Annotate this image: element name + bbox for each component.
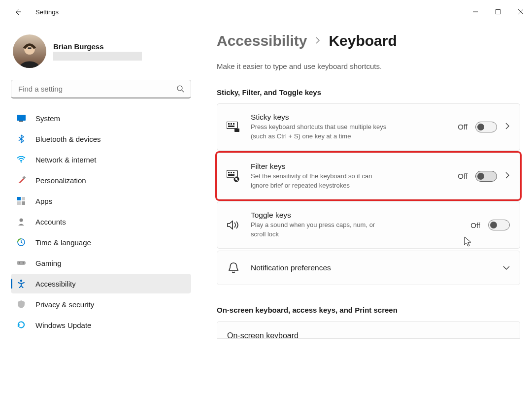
back-button[interactable] <box>11 5 25 19</box>
nav-label: Time & language <box>35 238 91 247</box>
wifi-icon <box>17 155 26 164</box>
sidebar-item-personalization[interactable]: Personalization <box>11 170 191 190</box>
shield-icon <box>17 300 26 309</box>
svg-rect-1 <box>496 10 500 14</box>
svg-point-6 <box>177 86 182 91</box>
sidebar-item-accessibility[interactable]: Accessibility <box>11 274 191 293</box>
svg-rect-15 <box>17 201 21 205</box>
svg-rect-27 <box>228 126 234 127</box>
svg-rect-24 <box>228 123 230 125</box>
svg-rect-28 <box>234 129 239 132</box>
maximize-button[interactable] <box>487 4 509 20</box>
card-desc: Press keyboard shortcuts that use multip… <box>251 123 389 141</box>
nav-label: Gaming <box>35 259 62 267</box>
breadcrumb-parent[interactable]: Accessibility <box>217 32 307 49</box>
chevron-right-icon <box>315 36 321 46</box>
card-title: Sticky keys <box>251 113 448 122</box>
clock-icon <box>17 238 26 247</box>
sidebar-item-system[interactable]: System <box>11 108 191 128</box>
svg-point-11 <box>21 162 22 163</box>
card-desc: Play a sound when you press caps, num, o… <box>251 221 389 239</box>
svg-point-22 <box>20 280 22 282</box>
breadcrumb: Accessibility Keyboard <box>217 32 520 49</box>
svg-rect-25 <box>231 123 232 125</box>
update-icon <box>17 321 26 329</box>
toggle-keys-toggle[interactable] <box>488 220 510 230</box>
svg-point-20 <box>19 262 20 263</box>
app-title: Settings <box>35 8 59 16</box>
profile-name: Brian Burgess <box>53 42 142 51</box>
sound-icon <box>226 220 241 230</box>
svg-rect-26 <box>233 123 234 125</box>
chevron-right-icon <box>505 123 510 131</box>
avatar <box>13 34 46 68</box>
svg-point-17 <box>20 219 23 222</box>
svg-line-7 <box>182 90 184 92</box>
close-button[interactable] <box>509 4 532 20</box>
brush-icon <box>17 176 26 185</box>
sidebar-item-gaming[interactable]: Gaming <box>11 253 191 273</box>
search-container <box>11 80 191 98</box>
system-icon <box>17 114 26 123</box>
keyboard-filter-icon <box>226 170 241 182</box>
svg-rect-5 <box>28 47 31 49</box>
nav-label: Apps <box>35 197 52 205</box>
card-sticky-keys[interactable]: Sticky keys Press keyboard shortcuts tha… <box>217 103 520 151</box>
page-subtitle: Make it easier to type and use keyboard … <box>217 62 520 70</box>
search-icon <box>176 85 184 94</box>
minimize-button[interactable] <box>464 4 487 20</box>
chevron-right-icon <box>505 172 510 180</box>
svg-rect-32 <box>233 172 234 173</box>
section-title-onscreen: On-screen keyboard, access keys, and Pri… <box>217 306 520 314</box>
accessibility-icon <box>17 279 26 288</box>
svg-rect-19 <box>17 261 26 265</box>
svg-rect-29 <box>227 170 237 177</box>
sidebar-item-bluetooth[interactable]: Bluetooth & devices <box>11 129 191 149</box>
bell-icon <box>226 262 241 274</box>
sidebar-item-apps[interactable]: Apps <box>11 191 191 211</box>
svg-rect-16 <box>22 201 25 205</box>
person-icon <box>17 217 26 226</box>
profile-block[interactable]: Brian Burgess <box>11 31 191 80</box>
card-desc: Set the sensitivity of the keyboard so i… <box>251 172 389 191</box>
card-toggle-keys[interactable]: Toggle keys Play a sound when you press … <box>217 201 520 249</box>
sidebar: Brian Burgess System Bluetooth & devices… <box>11 31 203 420</box>
nav-list: System Bluetooth & devices Network & int… <box>11 107 191 335</box>
toggle-state-label: Off <box>458 123 467 131</box>
sidebar-item-privacy[interactable]: Privacy & security <box>11 294 191 314</box>
toggle-state-label: Off <box>470 221 480 229</box>
chevron-down-icon <box>503 264 510 272</box>
sticky-keys-toggle[interactable] <box>475 122 497 132</box>
nav-label: System <box>35 114 60 123</box>
search-input[interactable] <box>11 80 191 98</box>
toggle-state-label: Off <box>458 172 467 180</box>
sidebar-item-time[interactable]: Time & language <box>11 232 191 252</box>
card-filter-keys[interactable]: Filter keys Set the sensitivity of the k… <box>217 153 520 200</box>
sidebar-item-update[interactable]: Windows Update <box>11 315 191 335</box>
nav-label: Network & internet <box>35 156 96 164</box>
apps-icon <box>17 196 26 205</box>
card-notification-preferences[interactable]: Notification preferences <box>217 251 520 285</box>
content-area: Accessibility Keyboard Make it easier to… <box>203 31 532 420</box>
svg-rect-23 <box>227 122 237 129</box>
card-on-screen-keyboard[interactable]: On-screen keyboard <box>217 321 520 339</box>
svg-point-21 <box>23 262 24 263</box>
card-title: Toggle keys <box>251 211 461 220</box>
card-title: On-screen keyboard <box>227 331 299 339</box>
profile-email-redacted <box>53 52 142 61</box>
svg-rect-30 <box>228 172 230 173</box>
nav-label: Accessibility <box>35 280 76 288</box>
section-title-keys: Sticky, Filter, and Toggle keys <box>217 88 520 97</box>
svg-rect-33 <box>228 174 234 176</box>
breadcrumb-current: Keyboard <box>329 32 397 49</box>
nav-label: Bluetooth & devices <box>35 135 101 143</box>
filter-keys-toggle[interactable] <box>475 171 497 182</box>
svg-rect-8 <box>17 115 26 121</box>
sidebar-item-accounts[interactable]: Accounts <box>11 212 191 231</box>
nav-label: Personalization <box>35 176 86 185</box>
sidebar-item-network[interactable]: Network & internet <box>11 150 191 169</box>
nav-label: Accounts <box>35 218 66 226</box>
nav-label: Privacy & security <box>35 300 94 309</box>
svg-rect-31 <box>231 172 232 173</box>
svg-rect-13 <box>17 197 21 200</box>
